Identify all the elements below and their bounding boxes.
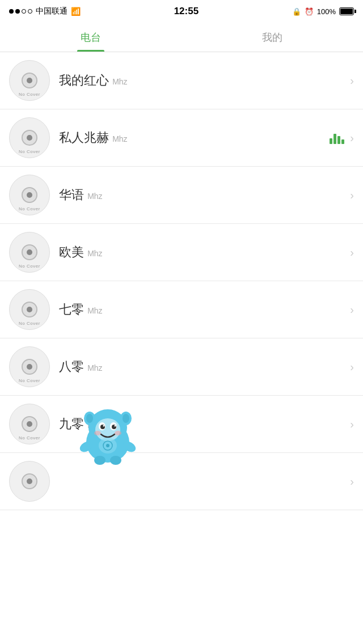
chevron-icon: › — [350, 475, 354, 488]
list-item[interactable]: No Cover 八零 Mhz › — [0, 338, 363, 396]
item-subtitle: Mhz — [87, 192, 102, 201]
list-item[interactable]: No Cover 我的红心 Mhz › — [0, 52, 363, 109]
battery-fill — [340, 9, 353, 14]
album-center — [27, 364, 32, 370]
status-time: 12:55 — [174, 6, 199, 17]
item-subtitle: Mhz — [112, 77, 127, 86]
signal-dot-3 — [22, 9, 26, 14]
bar-4 — [341, 139, 344, 144]
album-art: No Cover — [9, 346, 50, 387]
album-center — [27, 135, 32, 141]
tab-bar: 电台 我的 — [0, 23, 363, 52]
album-art: No Cover — [9, 60, 50, 101]
album-label: No Cover — [19, 206, 40, 211]
playing-indicator — [330, 132, 344, 144]
item-subtitle: Mhz — [87, 421, 102, 430]
tab-radio-label: 电台 — [81, 31, 101, 44]
item-text: 私人兆赫 Mhz — [50, 129, 330, 146]
album-ring — [22, 187, 37, 203]
item-text: 七零 Mhz — [50, 301, 350, 318]
list-item[interactable]: No Cover 华语 Mhz › — [0, 167, 363, 224]
item-title: 我的红心 Mhz — [59, 73, 128, 87]
album-art: No Cover — [9, 232, 50, 273]
item-title: 私人兆赫 Mhz — [59, 130, 128, 145]
tab-underline — [77, 50, 104, 52]
album-center — [27, 478, 32, 484]
list-item[interactable]: No Cover 欧美 Mhz › — [0, 224, 363, 281]
album-label: No Cover — [19, 378, 40, 383]
album-art: No Cover — [9, 404, 50, 444]
chevron-icon: › — [350, 132, 354, 145]
chevron-icon: › — [350, 418, 354, 431]
album-ring — [22, 73, 37, 88]
tab-radio[interactable]: 电台 — [0, 23, 182, 52]
item-title: 七零 Mhz — [59, 302, 103, 316]
status-right: 🔒 ⏰ 100% — [292, 7, 354, 16]
album-ring — [22, 359, 37, 375]
album-ring — [22, 130, 37, 146]
alarm-icon: ⏰ — [305, 7, 314, 16]
svg-point-20 — [103, 441, 112, 450]
album-center — [27, 307, 32, 312]
album-art: No Cover — [9, 175, 50, 215]
signal-dot-4 — [28, 9, 32, 14]
item-title: 九零 Mhz — [59, 417, 103, 431]
album-label: No Cover — [19, 435, 40, 440]
album-art: No Cover — [9, 117, 50, 158]
carrier-name: 中国联通 — [36, 6, 67, 16]
album-ring — [22, 302, 37, 317]
item-title: 八零 Mhz — [59, 359, 103, 374]
lock-icon: 🔒 — [292, 7, 301, 16]
tab-mine[interactable]: 我的 — [182, 23, 363, 52]
chevron-icon: › — [350, 303, 354, 316]
album-ring — [22, 416, 37, 432]
item-subtitle: Mhz — [112, 134, 127, 143]
album-ring — [22, 473, 37, 489]
item-title: 华语 Mhz — [59, 188, 103, 202]
bar-2 — [334, 134, 336, 144]
list-item[interactable]: No Cover 七零 Mhz › — [0, 281, 363, 338]
wifi-icon: 📶 — [71, 7, 81, 16]
album-center — [27, 421, 32, 427]
chevron-icon: › — [350, 361, 354, 374]
chevron-icon: › — [350, 189, 354, 202]
chevron-icon: › — [350, 246, 354, 259]
item-subtitle: Mhz — [87, 363, 102, 372]
battery-icon — [339, 7, 354, 15]
item-subtitle: Mhz — [87, 249, 102, 258]
album-center — [27, 249, 32, 255]
svg-point-19 — [99, 438, 117, 454]
item-text: 八零 Mhz — [50, 358, 350, 375]
item-text: 华语 Mhz — [50, 187, 350, 204]
item-subtitle: Mhz — [87, 306, 102, 315]
list-item[interactable]: › — [0, 453, 363, 510]
album-label: No Cover — [19, 149, 40, 154]
list-item[interactable]: No Cover 九零 Mhz › — [0, 396, 363, 453]
tab-mine-label: 我的 — [262, 31, 282, 44]
item-text: 九零 Mhz — [50, 416, 350, 433]
album-label: No Cover — [19, 92, 40, 97]
svg-point-16 — [121, 439, 138, 454]
item-title: 欧美 Mhz — [59, 245, 103, 259]
album-art: No Cover — [9, 289, 50, 330]
bar-1 — [330, 138, 332, 144]
radio-list: No Cover 我的红心 Mhz › No Cover 私人兆赫 Mhz › — [0, 52, 363, 510]
svg-point-15 — [78, 439, 95, 454]
album-label: No Cover — [19, 321, 40, 326]
status-bar: 中国联通 📶 12:55 🔒 ⏰ 100% — [0, 0, 363, 23]
list-item[interactable]: No Cover 私人兆赫 Mhz › — [0, 109, 363, 167]
signal-dot-2 — [15, 9, 20, 14]
album-ring — [22, 244, 37, 260]
album-label: No Cover — [19, 264, 40, 269]
battery-percent: 100% — [317, 7, 336, 16]
status-left: 中国联通 📶 — [9, 6, 81, 16]
item-text: 欧美 Mhz — [50, 244, 350, 261]
album-art — [9, 461, 50, 502]
svg-point-21 — [106, 444, 109, 447]
album-center — [27, 192, 32, 198]
album-center — [27, 78, 32, 83]
signal-dot-1 — [9, 9, 14, 14]
bar-3 — [337, 136, 340, 144]
signal-dots — [9, 9, 32, 14]
chevron-icon: › — [350, 74, 354, 87]
